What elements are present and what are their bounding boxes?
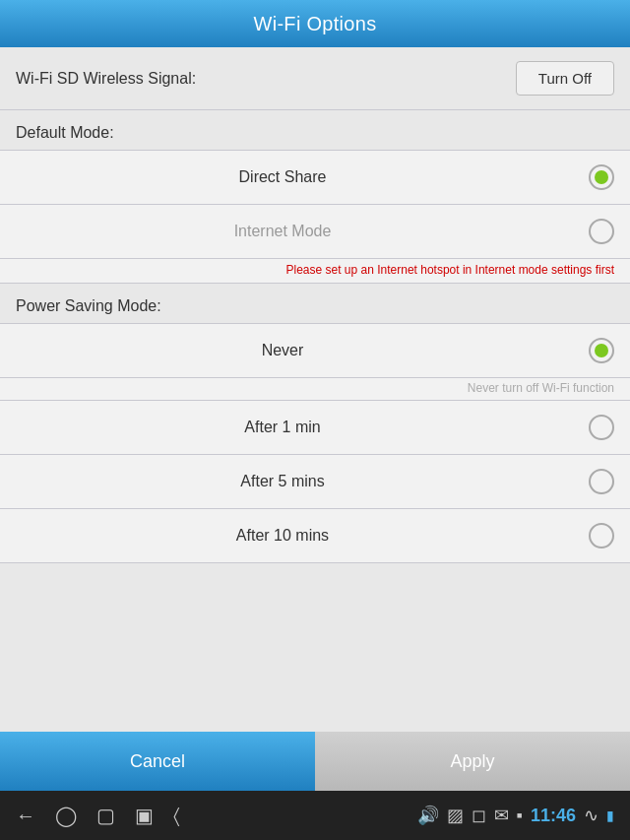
- screenshot-icon[interactable]: ▣: [135, 804, 154, 827]
- clock: 11:46: [531, 806, 576, 826]
- signal-icon: ▨: [447, 805, 464, 826]
- internet-mode-label: Internet Mode: [16, 223, 589, 240]
- battery-status-icon: ▮: [606, 808, 614, 823]
- never-radio[interactable]: [589, 338, 614, 363]
- wifi-signal-label: Wi-Fi SD Wireless Signal:: [16, 70, 516, 88]
- after1min-row[interactable]: After 1 min: [0, 401, 630, 455]
- after5mins-label: After 5 mins: [16, 473, 589, 490]
- never-radio-inner: [595, 344, 608, 357]
- wifi-status-icon: ∿: [584, 805, 598, 826]
- after5mins-radio[interactable]: [589, 469, 614, 494]
- status-bar: ← ◯ ▢ ▣ 〈 🔊 ▨ ◻ ✉ ▪ 11:46 ∿ ▮: [0, 791, 630, 840]
- turn-off-button[interactable]: Turn Off: [516, 61, 614, 96]
- after1min-radio[interactable]: [589, 415, 614, 440]
- status-right-icons: 🔊 ▨ ◻ ✉ ▪ 11:46 ∿ ▮: [417, 805, 614, 826]
- after10mins-row[interactable]: After 10 mins: [0, 509, 630, 563]
- title-bar: Wi-Fi Options: [0, 0, 630, 47]
- internet-mode-radio[interactable]: [589, 219, 614, 244]
- nav-icons: ← ◯ ▢ ▣ 〈: [16, 804, 180, 827]
- default-mode-label: Default Mode:: [16, 124, 114, 141]
- power-saving-label: Power Saving Mode:: [16, 297, 161, 314]
- volume-status-icon: 🔊: [417, 805, 439, 826]
- direct-share-label: Direct Share: [16, 168, 589, 186]
- bottom-buttons: Cancel Apply: [0, 732, 630, 791]
- cancel-button[interactable]: Cancel: [0, 732, 315, 791]
- wifi-signal-row: Wi-Fi SD Wireless Signal: Turn Off: [0, 47, 630, 110]
- recents-icon[interactable]: ▢: [96, 804, 115, 827]
- direct-share-row[interactable]: Direct Share: [0, 151, 630, 205]
- sd-icon: ▪: [517, 806, 523, 826]
- after1min-label: After 1 min: [16, 419, 589, 436]
- volume-icon[interactable]: 〈: [173, 805, 180, 827]
- never-row[interactable]: Never: [0, 324, 630, 378]
- direct-share-radio[interactable]: [589, 164, 614, 190]
- power-saving-header: Power Saving Mode:: [0, 284, 630, 324]
- direct-share-radio-inner: [595, 170, 608, 184]
- back-icon[interactable]: ←: [16, 805, 35, 827]
- never-label: Never: [16, 342, 589, 359]
- sim-icon: ◻: [472, 805, 486, 826]
- never-hint: Never turn off Wi-Fi function: [0, 378, 630, 401]
- after5mins-row[interactable]: After 5 mins: [0, 455, 630, 509]
- apply-button[interactable]: Apply: [315, 732, 630, 791]
- main-content: Wi-Fi SD Wireless Signal: Turn Off Defau…: [0, 47, 630, 732]
- after10mins-radio[interactable]: [589, 523, 614, 549]
- internet-mode-hint: Please set up an Internet hotspot in Int…: [0, 259, 630, 284]
- default-mode-header: Default Mode:: [0, 110, 630, 151]
- internet-mode-row[interactable]: Internet Mode: [0, 205, 630, 259]
- page-title: Wi-Fi Options: [253, 13, 376, 35]
- home-icon[interactable]: ◯: [55, 804, 77, 827]
- after10mins-label: After 10 mins: [16, 527, 589, 545]
- mail-icon: ✉: [494, 805, 509, 826]
